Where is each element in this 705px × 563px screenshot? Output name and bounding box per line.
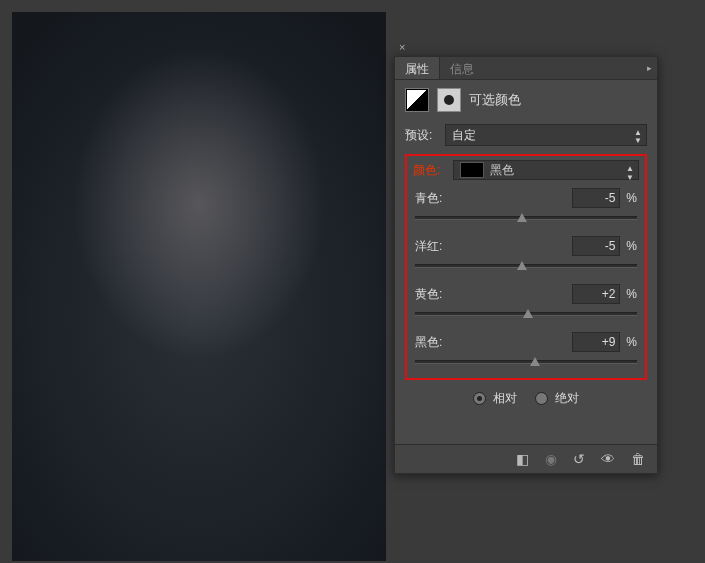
chevron-updown-icon: ▲▼ bbox=[626, 164, 634, 182]
tab-properties[interactable]: 属性 bbox=[395, 57, 440, 79]
panel-title: 可选颜色 bbox=[469, 91, 521, 109]
slider-thumb[interactable] bbox=[517, 213, 527, 222]
slider-thumb[interactable] bbox=[530, 357, 540, 366]
color-swatch-black bbox=[460, 162, 484, 178]
panel-footer: ◧ ◉ ↺ 👁 🗑 bbox=[395, 444, 657, 473]
view-previous-icon[interactable]: ◉ bbox=[545, 452, 557, 466]
tab-info[interactable]: 信息 bbox=[440, 57, 484, 79]
panel-menu-icon[interactable]: ▸ bbox=[641, 57, 657, 79]
radio-icon bbox=[473, 392, 486, 405]
yellow-slider[interactable] bbox=[415, 308, 637, 320]
preset-dropdown[interactable]: 自定 ▲▼ bbox=[445, 124, 647, 146]
magenta-slider[interactable] bbox=[415, 260, 637, 272]
yellow-label: 黄色: bbox=[415, 286, 572, 303]
canvas-image bbox=[12, 12, 386, 561]
black-label: 黑色: bbox=[415, 334, 572, 351]
percent-sign: % bbox=[626, 335, 637, 349]
percent-sign: % bbox=[626, 191, 637, 205]
colors-dropdown[interactable]: 黑色 ▲▼ bbox=[453, 160, 639, 180]
properties-panel: × 属性 信息 ▸ 可选颜色 预设: 自定 ▲▼ 颜色: 黑色 ▲▼ bbox=[394, 56, 658, 474]
preset-label: 预设: bbox=[405, 127, 445, 144]
cyan-value[interactable]: -5 bbox=[572, 188, 620, 208]
reset-icon[interactable]: ↺ bbox=[573, 452, 585, 466]
close-icon[interactable]: × bbox=[399, 41, 405, 53]
cyan-slider[interactable] bbox=[415, 212, 637, 224]
chevron-updown-icon: ▲▼ bbox=[634, 129, 642, 145]
method-relative[interactable]: 相对 bbox=[473, 390, 517, 407]
magenta-value[interactable]: -5 bbox=[572, 236, 620, 256]
panel-tabbar: 属性 信息 ▸ bbox=[395, 57, 657, 80]
colors-value: 黑色 bbox=[490, 162, 514, 179]
percent-sign: % bbox=[626, 287, 637, 301]
radio-icon bbox=[535, 392, 548, 405]
highlight-box: 颜色: 黑色 ▲▼ 青色: -5 % bbox=[405, 154, 647, 380]
percent-sign: % bbox=[626, 239, 637, 253]
cyan-label: 青色: bbox=[415, 190, 572, 207]
preset-value: 自定 bbox=[452, 127, 476, 144]
colors-label: 颜色: bbox=[413, 162, 453, 179]
slider-thumb[interactable] bbox=[517, 261, 527, 270]
method-absolute[interactable]: 绝对 bbox=[535, 390, 579, 407]
visibility-icon[interactable]: 👁 bbox=[601, 452, 615, 466]
black-slider[interactable] bbox=[415, 356, 637, 368]
black-value[interactable]: +9 bbox=[572, 332, 620, 352]
mask-icon[interactable] bbox=[437, 88, 461, 112]
clip-to-layer-icon[interactable]: ◧ bbox=[516, 452, 529, 466]
yellow-value[interactable]: +2 bbox=[572, 284, 620, 304]
adjustment-icon[interactable] bbox=[405, 88, 429, 112]
slider-thumb[interactable] bbox=[523, 309, 533, 318]
magenta-label: 洋红: bbox=[415, 238, 572, 255]
trash-icon[interactable]: 🗑 bbox=[631, 452, 645, 466]
